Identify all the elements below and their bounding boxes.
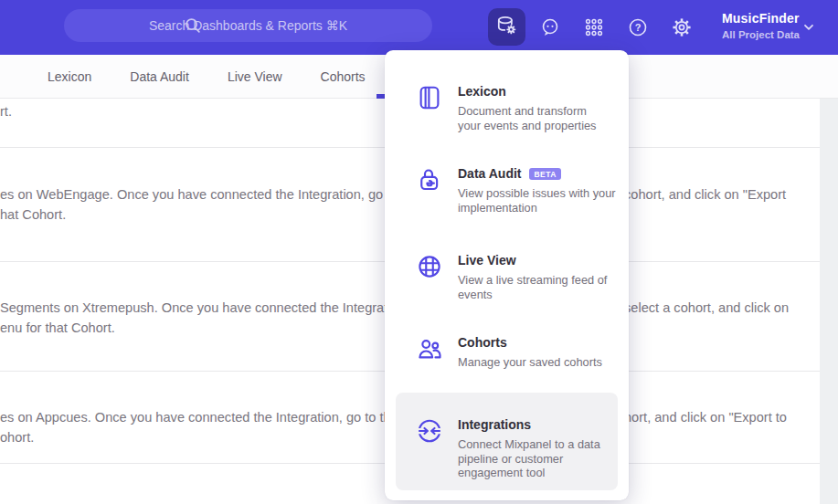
scrollbar-track[interactable] <box>820 99 838 504</box>
project-switcher[interactable]: MusicFinder All Project Data <box>722 11 800 40</box>
svg-text:?: ? <box>635 22 642 33</box>
data-management-icon <box>495 14 519 41</box>
menu-item-title: Data Audit <box>458 166 521 182</box>
row-text-right: cohort, and click on "Export <box>624 184 786 205</box>
help-button[interactable]: ? <box>627 16 649 38</box>
data-audit-icon <box>416 166 443 194</box>
menu-item-lexicon[interactable]: Lexicon Document and transform your even… <box>385 84 629 132</box>
menu-item-title: Live View <box>458 253 516 268</box>
chevron-down-icon[interactable] <box>801 20 816 38</box>
menu-item-title: Lexicon <box>458 84 506 100</box>
settings-button[interactable] <box>671 16 693 38</box>
feedback-button[interactable] <box>539 16 561 38</box>
top-app-bar: ? MusicFinder All Project Data <box>0 0 838 55</box>
gear-icon <box>671 26 693 41</box>
integrations-icon <box>416 417 443 445</box>
tab-live-view[interactable]: Live View <box>228 69 282 84</box>
menu-item-data-audit[interactable]: Data Audit BETA View possible issues wit… <box>385 166 629 215</box>
menu-item-cohorts[interactable]: Cohorts Manage your saved cohorts <box>385 335 629 370</box>
global-search[interactable] <box>64 9 432 42</box>
data-management-button[interactable] <box>488 8 525 46</box>
project-name: MusicFinder <box>722 11 800 26</box>
tab-data-audit[interactable]: Data Audit <box>130 69 189 84</box>
cohorts-people-icon <box>416 335 443 362</box>
apps-grid-button[interactable] <box>583 16 605 38</box>
menu-item-description: Connect Mixpanel to a data pipeline or c… <box>458 437 600 480</box>
lexicon-book-icon <box>416 84 443 111</box>
menu-item-live-view[interactable]: Live View View a live streaming feed of … <box>385 253 629 301</box>
tab-cohorts[interactable]: Cohorts <box>321 69 366 84</box>
menu-item-title: Integrations <box>458 417 531 433</box>
beta-badge: BETA <box>529 168 561 181</box>
menu-item-integrations[interactable]: Integrations Connect Mixpanel to a data … <box>396 393 618 490</box>
menu-item-description: View a live streaming feed of events <box>458 273 607 301</box>
menu-item-description: View possible issues with your implement… <box>458 186 616 215</box>
help-icon: ? <box>627 26 649 41</box>
search-input[interactable] <box>64 9 432 42</box>
menu-item-description: Document and transform your events and p… <box>458 104 597 132</box>
menu-item-description: Manage your saved cohorts <box>458 355 602 370</box>
row-text-right: hort, and click on "Export to <box>624 407 787 427</box>
live-view-globe-icon <box>416 253 443 280</box>
nav-dropdown-panel: Lexicon Document and transform your even… <box>385 50 629 500</box>
tab-lexicon[interactable]: Lexicon <box>48 69 91 84</box>
row-text-right: select a cohort, and click on <box>624 298 789 318</box>
menu-item-title: Cohorts <box>458 335 507 351</box>
apps-grid-icon <box>583 26 605 41</box>
feedback-icon <box>539 26 561 41</box>
project-subtitle: All Project Data <box>722 29 800 40</box>
